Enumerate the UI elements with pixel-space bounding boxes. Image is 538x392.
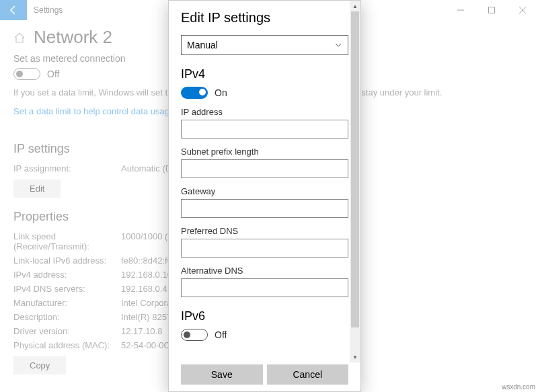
minimize-icon — [457, 7, 464, 13]
home-icon — [13, 32, 26, 44]
dialog-scrollbar[interactable]: ▲ ▼ — [350, 1, 360, 362]
ip-address-label: IP address — [181, 107, 348, 117]
property-key: IPv4 address: — [13, 270, 121, 280]
property-key: Link-local IPv6 address: — [13, 256, 121, 266]
property-key: Link speed (Receive/Transmit): — [13, 231, 121, 251]
watermark: wsxdn.com — [502, 383, 535, 391]
window-controls — [445, 0, 538, 20]
metered-state: Off — [47, 69, 59, 79]
gateway-input[interactable] — [181, 199, 348, 218]
back-button[interactable] — [0, 0, 27, 20]
minimize-button[interactable] — [445, 0, 476, 20]
page-title: Network 2 — [34, 27, 112, 48]
app-title: Settings — [27, 5, 63, 15]
subnet-input[interactable] — [181, 159, 348, 178]
edit-ip-dialog: Edit IP settings Manual IPv4 On IP addre… — [168, 0, 361, 392]
ip-address-input[interactable] — [181, 120, 348, 139]
metered-toggle[interactable] — [13, 68, 40, 80]
ip-assignment-label: IP assignment: — [13, 163, 121, 173]
ipv6-toggle-row: Off — [181, 329, 348, 341]
property-key: Description: — [13, 312, 121, 322]
ipv6-toggle[interactable] — [181, 329, 208, 341]
preferred-dns-label: Preferred DNS — [181, 226, 348, 236]
preferred-dns-input[interactable] — [181, 239, 348, 258]
gateway-label: Gateway — [181, 186, 348, 196]
maximize-button[interactable] — [476, 0, 507, 20]
property-key: Driver version: — [13, 326, 121, 336]
copy-button[interactable]: Copy — [13, 356, 66, 375]
property-key: Physical address (MAC): — [13, 340, 121, 350]
mode-value: Manual — [187, 40, 218, 50]
arrow-left-icon — [8, 5, 19, 15]
property-key: IPv4 DNS servers: — [13, 284, 121, 294]
edit-button[interactable]: Edit — [13, 180, 61, 198]
cancel-button[interactable]: Cancel — [267, 364, 349, 385]
ipv4-toggle[interactable] — [181, 87, 208, 99]
alternative-dns-label: Alternative DNS — [181, 266, 348, 276]
alternative-dns-input[interactable] — [181, 278, 348, 297]
subnet-label: Subnet prefix length — [181, 147, 348, 157]
ipv4-toggle-row: On — [181, 87, 348, 99]
dialog-body: Edit IP settings Manual IPv4 On IP addre… — [169, 1, 360, 362]
close-icon — [519, 7, 526, 13]
save-button[interactable]: Save — [181, 364, 263, 385]
svg-rect-1 — [489, 7, 495, 13]
dialog-title: Edit IP settings — [181, 10, 348, 26]
chevron-down-icon — [334, 41, 342, 49]
scroll-thumb[interactable] — [351, 11, 359, 327]
property-key: Manufacturer: — [13, 298, 121, 308]
ipv4-heading: IPv4 — [181, 67, 348, 81]
close-button[interactable] — [507, 0, 538, 20]
ipv4-state: On — [215, 87, 227, 98]
mode-select[interactable]: Manual — [181, 35, 348, 55]
ipv6-state: Off — [215, 329, 227, 340]
scroll-up-icon[interactable]: ▲ — [350, 1, 360, 11]
scroll-down-icon[interactable]: ▼ — [350, 352, 360, 362]
ipv6-heading: IPv6 — [181, 309, 348, 323]
maximize-icon — [488, 7, 495, 13]
dialog-buttons: Save Cancel — [169, 362, 360, 391]
